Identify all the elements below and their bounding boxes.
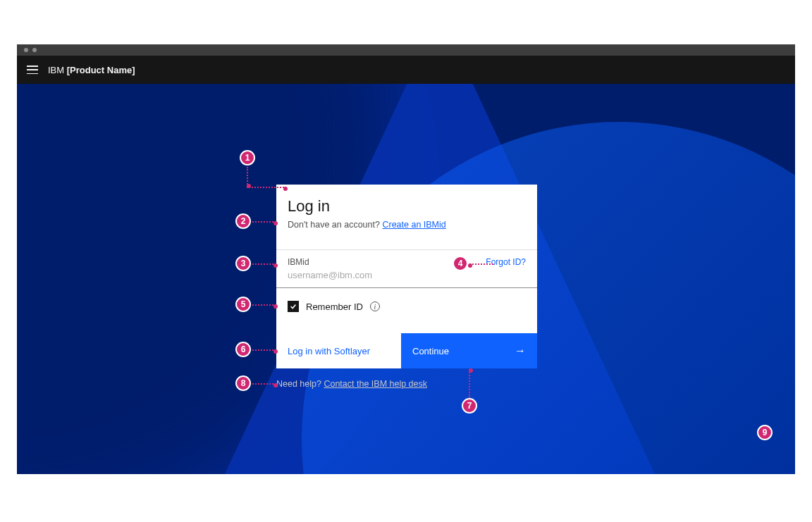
annotation-connector <box>247 187 286 188</box>
no-account-text: Don't have an account? <box>288 220 382 230</box>
app-header: IBM [Product Name] <box>17 56 795 84</box>
create-account-line: Don't have an account? Create an IBMid <box>288 220 526 230</box>
annotation-connector <box>252 221 276 223</box>
annotation-badge-6: 6 <box>235 342 251 357</box>
create-ibmid-link[interactable]: Create an IBMid <box>382 220 445 230</box>
login-card-header: Log in Don't have an account? Create an … <box>276 185 537 250</box>
forgot-id-link[interactable]: Forgot ID? <box>486 257 526 267</box>
remember-row: Remember ID i <box>276 288 537 333</box>
annotation-badge-8: 8 <box>235 375 251 391</box>
annotation-connector <box>252 349 276 351</box>
annotation-badge-4: 4 <box>453 256 468 271</box>
annotation-connector <box>469 263 493 265</box>
arrow-right-icon: → <box>515 344 526 357</box>
annotation-badge-9: 9 <box>757 425 773 440</box>
annotation-badge-5: 5 <box>235 297 251 312</box>
window-dot <box>24 48 28 52</box>
continue-label: Continue <box>412 346 449 356</box>
login-title: Log in <box>288 197 526 216</box>
browser-titlebar <box>17 44 795 56</box>
continue-button[interactable]: Continue → <box>401 333 537 368</box>
softlayer-login-link[interactable]: Log in with Softlayer <box>276 333 401 368</box>
annotation-badge-7: 7 <box>462 398 477 414</box>
annotation-connector <box>252 263 276 265</box>
brand-prefix: IBM <box>48 65 67 75</box>
annotation-badge-3: 3 <box>235 256 251 271</box>
ibmid-field-wrap: IBMid Forgot ID? <box>276 250 537 288</box>
window-dot <box>32 48 37 52</box>
annotation-connector <box>252 383 276 385</box>
annotation-badge-1: 1 <box>240 150 255 166</box>
ibmid-label: IBMid <box>288 257 309 267</box>
annotation-badge-2: 2 <box>235 213 251 229</box>
login-card: Log in Don't have an account? Create an … <box>276 185 537 368</box>
annotation-connector <box>252 304 276 306</box>
brand-title: IBM [Product Name] <box>48 65 135 75</box>
remember-label: Remember ID <box>306 302 363 312</box>
help-prefix: Need help? <box>276 379 324 389</box>
login-card-actions: Log in with Softlayer Continue → <box>276 333 537 368</box>
app-window: IBM [Product Name] Log in Don't have an … <box>17 44 795 474</box>
annotation-connector <box>247 167 248 187</box>
menu-icon[interactable] <box>27 66 38 74</box>
ibmid-input[interactable] <box>288 268 526 287</box>
help-desk-link[interactable]: Contact the IBM help desk <box>324 379 427 389</box>
help-line: Need help? Contact the IBM help desk <box>276 379 427 389</box>
remember-checkbox[interactable] <box>288 301 299 312</box>
info-icon[interactable]: i <box>370 302 380 311</box>
brand-product-name: [Product Name] <box>67 65 135 75</box>
annotation-connector <box>469 370 470 398</box>
